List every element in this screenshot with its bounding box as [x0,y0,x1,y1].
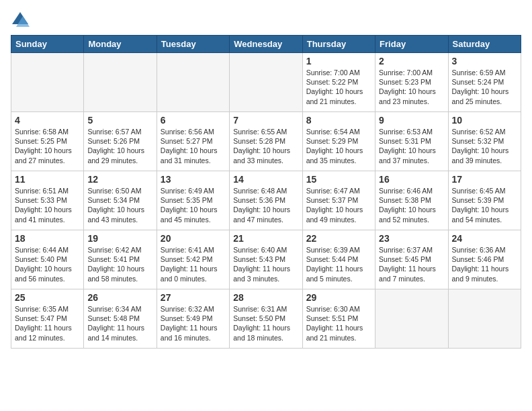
day-info: Sunrise: 6:50 AM Sunset: 5:34 PM Dayligh… [87,186,152,224]
day-number: 25 [15,292,80,303]
calendar-cell: 9Sunrise: 6:53 AM Sunset: 5:31 PM Daylig… [375,112,448,171]
calendar-cell: 3Sunrise: 6:59 AM Sunset: 5:24 PM Daylig… [448,53,521,112]
calendar-cell: 11Sunrise: 6:51 AM Sunset: 5:33 PM Dayli… [11,171,84,230]
day-number: 8 [306,115,371,126]
day-number: 1 [306,56,371,66]
day-info: Sunrise: 6:44 AM Sunset: 5:40 PM Dayligh… [15,245,80,283]
day-number: 24 [452,233,517,244]
calendar-cell: 22Sunrise: 6:39 AM Sunset: 5:44 PM Dayli… [302,230,375,289]
day-info: Sunrise: 6:51 AM Sunset: 5:33 PM Dayligh… [15,186,80,224]
header [11,11,521,30]
day-number: 27 [161,292,226,303]
day-header-wednesday: Wednesday [230,36,302,53]
day-info: Sunrise: 6:37 AM Sunset: 5:45 PM Dayligh… [379,245,444,283]
day-info: Sunrise: 6:36 AM Sunset: 5:46 PM Dayligh… [452,245,517,283]
calendar-cell: 24Sunrise: 6:36 AM Sunset: 5:46 PM Dayli… [448,230,521,289]
calendar-cell: 6Sunrise: 6:56 AM Sunset: 5:27 PM Daylig… [157,112,229,171]
day-info: Sunrise: 6:41 AM Sunset: 5:42 PM Dayligh… [161,245,226,283]
calendar-cell: 14Sunrise: 6:48 AM Sunset: 5:36 PM Dayli… [230,171,302,230]
day-info: Sunrise: 7:00 AM Sunset: 5:22 PM Dayligh… [306,68,371,106]
day-number: 16 [379,174,444,185]
day-number: 5 [87,115,152,126]
calendar-cell: 5Sunrise: 6:57 AM Sunset: 5:26 PM Daylig… [84,112,157,171]
day-info: Sunrise: 6:56 AM Sunset: 5:27 PM Dayligh… [161,127,226,165]
day-info: Sunrise: 6:45 AM Sunset: 5:39 PM Dayligh… [452,186,517,224]
calendar-cell: 28Sunrise: 6:31 AM Sunset: 5:50 PM Dayli… [230,289,302,349]
day-number: 29 [306,292,371,303]
day-header-thursday: Thursday [302,36,375,53]
day-info: Sunrise: 6:39 AM Sunset: 5:44 PM Dayligh… [306,245,371,283]
calendar-cell: 20Sunrise: 6:41 AM Sunset: 5:42 PM Dayli… [157,230,229,289]
calendar-cell [448,289,521,349]
calendar-week-5: 25Sunrise: 6:35 AM Sunset: 5:47 PM Dayli… [11,289,521,349]
calendar-cell: 13Sunrise: 6:49 AM Sunset: 5:35 PM Dayli… [157,171,229,230]
day-number: 13 [161,174,226,185]
day-info: Sunrise: 6:57 AM Sunset: 5:26 PM Dayligh… [87,127,152,165]
calendar-cell: 29Sunrise: 6:30 AM Sunset: 5:51 PM Dayli… [302,289,375,349]
calendar-cell: 8Sunrise: 6:54 AM Sunset: 5:29 PM Daylig… [302,112,375,171]
logo-icon [11,11,30,30]
day-info: Sunrise: 6:54 AM Sunset: 5:29 PM Dayligh… [306,127,371,165]
day-info: Sunrise: 6:47 AM Sunset: 5:37 PM Dayligh… [306,186,371,224]
calendar-cell: 16Sunrise: 6:46 AM Sunset: 5:38 PM Dayli… [375,171,448,230]
day-number: 14 [233,174,298,185]
day-info: Sunrise: 6:30 AM Sunset: 5:51 PM Dayligh… [306,304,371,342]
day-info: Sunrise: 6:31 AM Sunset: 5:50 PM Dayligh… [233,304,298,342]
logo [11,11,32,30]
day-header-friday: Friday [375,36,448,53]
day-header-tuesday: Tuesday [157,36,229,53]
day-number: 18 [15,233,80,244]
day-number: 21 [233,233,298,244]
day-number: 3 [452,56,517,66]
day-info: Sunrise: 6:58 AM Sunset: 5:25 PM Dayligh… [15,127,80,165]
calendar-cell: 25Sunrise: 6:35 AM Sunset: 5:47 PM Dayli… [11,289,84,349]
day-header-sunday: Sunday [11,36,84,53]
calendar-cell: 7Sunrise: 6:55 AM Sunset: 5:28 PM Daylig… [230,112,302,171]
day-info: Sunrise: 6:53 AM Sunset: 5:31 PM Dayligh… [379,127,444,165]
day-number: 4 [15,115,80,126]
calendar-cell [11,53,84,112]
day-info: Sunrise: 6:49 AM Sunset: 5:35 PM Dayligh… [161,186,226,224]
day-header-monday: Monday [84,36,157,53]
day-number: 26 [87,292,152,303]
day-number: 20 [161,233,226,244]
day-header-saturday: Saturday [448,36,521,53]
day-number: 28 [233,292,298,303]
day-info: Sunrise: 6:52 AM Sunset: 5:32 PM Dayligh… [452,127,517,165]
calendar-header-row: SundayMondayTuesdayWednesdayThursdayFrid… [11,36,521,53]
calendar-cell: 10Sunrise: 6:52 AM Sunset: 5:32 PM Dayli… [448,112,521,171]
day-number: 23 [379,233,444,244]
day-number: 17 [452,174,517,185]
calendar-cell: 17Sunrise: 6:45 AM Sunset: 5:39 PM Dayli… [448,171,521,230]
day-info: Sunrise: 6:46 AM Sunset: 5:38 PM Dayligh… [379,186,444,224]
calendar-cell [230,53,302,112]
day-info: Sunrise: 6:48 AM Sunset: 5:36 PM Dayligh… [233,186,298,224]
day-info: Sunrise: 6:42 AM Sunset: 5:41 PM Dayligh… [87,245,152,283]
calendar-week-1: 1Sunrise: 7:00 AM Sunset: 5:22 PM Daylig… [11,53,521,112]
calendar-cell: 18Sunrise: 6:44 AM Sunset: 5:40 PM Dayli… [11,230,84,289]
day-number: 10 [452,115,517,126]
calendar-cell: 2Sunrise: 7:00 AM Sunset: 5:23 PM Daylig… [375,53,448,112]
calendar-cell [157,53,229,112]
day-info: Sunrise: 6:35 AM Sunset: 5:47 PM Dayligh… [15,304,80,342]
day-number: 11 [15,174,80,185]
day-number: 6 [161,115,226,126]
calendar-cell: 23Sunrise: 6:37 AM Sunset: 5:45 PM Dayli… [375,230,448,289]
day-info: Sunrise: 6:32 AM Sunset: 5:49 PM Dayligh… [161,304,226,342]
day-info: Sunrise: 7:00 AM Sunset: 5:23 PM Dayligh… [379,68,444,106]
calendar-week-2: 4Sunrise: 6:58 AM Sunset: 5:25 PM Daylig… [11,112,521,171]
calendar-week-4: 18Sunrise: 6:44 AM Sunset: 5:40 PM Dayli… [11,230,521,289]
calendar-cell [375,289,448,349]
calendar-header: SundayMondayTuesdayWednesdayThursdayFrid… [11,36,521,53]
day-number: 7 [233,115,298,126]
calendar-cell: 27Sunrise: 6:32 AM Sunset: 5:49 PM Dayli… [157,289,229,349]
day-number: 19 [87,233,152,244]
day-number: 15 [306,174,371,185]
day-number: 12 [87,174,152,185]
day-info: Sunrise: 6:40 AM Sunset: 5:43 PM Dayligh… [233,245,298,283]
day-number: 9 [379,115,444,126]
calendar-body: 1Sunrise: 7:00 AM Sunset: 5:22 PM Daylig… [11,53,521,349]
calendar-cell: 15Sunrise: 6:47 AM Sunset: 5:37 PM Dayli… [302,171,375,230]
calendar-cell: 26Sunrise: 6:34 AM Sunset: 5:48 PM Dayli… [84,289,157,349]
day-number: 2 [379,56,444,66]
